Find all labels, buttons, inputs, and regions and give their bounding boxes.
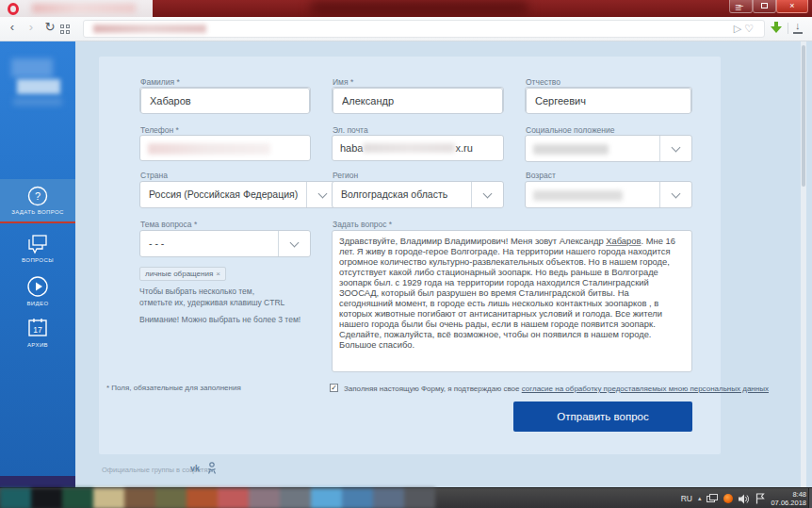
social-status-select[interactable] (525, 135, 692, 162)
country-value: Россия (Российская Федерация) (149, 188, 298, 200)
question-text-underlined: Хабаров (606, 236, 641, 246)
active-tab-title-blurred[interactable] (32, 4, 136, 13)
middlename-label: Отчество (526, 77, 560, 87)
topic-label: Тема вопроса * (140, 220, 197, 229)
site-sidebar: ? ЗАДАТЬ ВОПРОС ВОПРОСЫ ВИДЕО 17 (0, 41, 75, 487)
taskbar-clock[interactable]: 8:48 07.06.2018 (771, 490, 806, 507)
region-select[interactable]: Волгоградская область (332, 181, 504, 208)
minimize-button[interactable]: – (729, 0, 753, 13)
firstname-input[interactable] (333, 88, 503, 114)
browser-window: ≡ – × ‹ › ↻ ▷♡ ↓ ? ЗАДАТЬ В (0, 0, 812, 508)
calendar-icon: 17 (26, 317, 49, 339)
topic-chip-label: личные обращения (145, 270, 213, 278)
region-value: Волгоградская область (341, 188, 447, 200)
maximize-button[interactable] (753, 0, 776, 13)
age-value-blurred (533, 190, 623, 201)
url-text-blurred (93, 25, 206, 33)
sidebar-item-label: ВОПРОСЫ (0, 257, 75, 263)
sidebar-item-label: ЗАДАТЬ ВОПРОС (0, 209, 75, 215)
phone-value-blurred (148, 143, 270, 155)
consent-link[interactable]: согласие на обработку предоставляемых мн… (522, 385, 769, 393)
phone-label: Телефон * (140, 125, 179, 135)
sidebar-item-label: АРХИВ (0, 342, 75, 348)
topic-select[interactable]: - - - (139, 230, 311, 257)
lastname-input[interactable] (140, 88, 310, 114)
back-icon[interactable]: ‹ (4, 20, 21, 34)
question-text-part2: . Мне 16 лет. Я живу в городе-герое Волг… (339, 236, 678, 350)
email-value-end: x.ru (455, 142, 472, 154)
required-fields-note: * Поля, обязательные для заполнения (106, 384, 241, 392)
firstname-field[interactable] (332, 87, 504, 113)
svg-text:?: ? (35, 190, 41, 202)
topic-chip[interactable]: личные обращения× (139, 267, 226, 281)
sidebar-item-video[interactable]: ВИДЕО (0, 270, 75, 311)
country-label: Страна (140, 171, 168, 180)
volume-icon[interactable] (739, 494, 750, 504)
forward-icon[interactable]: › (23, 20, 40, 34)
question-icon: ? (27, 186, 48, 206)
hidden-icons-caret[interactable]: ▴ (698, 495, 702, 502)
email-value-blurred (363, 143, 455, 153)
age-select[interactable] (525, 181, 692, 208)
extension-download-icon[interactable] (771, 22, 782, 33)
age-label: Возраст (526, 171, 556, 180)
sidebar-footer-strip (0, 476, 75, 487)
consent-text: Заполняя настоящую Форму, я подтверждаю … (344, 385, 769, 393)
display-icon[interactable] (706, 494, 718, 503)
show-desktop-button[interactable] (808, 488, 812, 508)
phone-field[interactable] (139, 135, 311, 161)
downloads-icon[interactable]: ↓ (793, 20, 803, 34)
email-field[interactable]: habax.ru (332, 135, 504, 161)
question-label: Задать вопрос * (333, 220, 392, 229)
antivirus-icon[interactable] (723, 494, 733, 503)
taskbar-apps-blurred[interactable] (0, 488, 435, 508)
email-label: Эл. почта (333, 125, 368, 135)
clock-date: 07.06.2018 (771, 499, 806, 507)
page-scrollbar[interactable] (801, 41, 806, 487)
site-logo-blurred (11, 58, 53, 77)
clock-time: 8:48 (771, 490, 806, 499)
play-icon (26, 275, 49, 298)
chat-icon (26, 234, 49, 254)
close-button[interactable]: × (776, 0, 808, 13)
lastname-label: Фамилия * (140, 77, 180, 87)
bookmark-heart-icon[interactable]: ♡ (744, 23, 756, 34)
question-textarea[interactable]: Здравствуйте, Владимир Владимирович! Мен… (332, 230, 692, 372)
action-center-flag-icon[interactable] (755, 493, 765, 504)
page-content: Фамилия * Имя * Отчество Телефон * Эл. п… (75, 41, 806, 487)
country-select[interactable]: Россия (Российская Федерация) (139, 181, 339, 208)
site-logo-subtext-blurred (13, 98, 62, 106)
svg-text:17: 17 (33, 325, 42, 335)
region-label: Регион (333, 171, 358, 180)
language-indicator[interactable]: RU (681, 494, 692, 503)
odnoklassniki-icon[interactable] (207, 462, 217, 474)
opera-logo-icon[interactable] (8, 3, 19, 15)
middlename-input[interactable] (526, 88, 691, 114)
address-bar[interactable]: ▷♡ (83, 20, 765, 38)
consent-checkbox[interactable]: ✓ (330, 384, 338, 392)
sidebar-item-archive[interactable]: 17 АРХИВ (0, 311, 75, 352)
tab-strip (0, 0, 153, 17)
windows-taskbar: RU ▴ 8:48 07.06.2018 (0, 487, 812, 508)
scrollbar-thumb[interactable] (802, 45, 805, 187)
reload-icon[interactable]: ↻ (41, 20, 58, 34)
browser-toolbar: ‹ › ↻ ▷♡ ↓ (0, 17, 812, 41)
share-icon[interactable]: ▷ (734, 23, 744, 34)
toolbar-divider (788, 23, 788, 34)
firstname-label: Имя * (333, 77, 353, 87)
vk-icon[interactable]: vk (190, 464, 200, 473)
titlebar-blurred-area (311, 2, 528, 15)
social-status-value-blurred (533, 144, 609, 155)
sidebar-item-ask-question[interactable]: ? ЗАДАТЬ ВОПРОС (0, 179, 75, 223)
topic-warning: Внимание! Можно выбрать не более 3 тем! (139, 315, 300, 324)
question-text-part1: Здравствуйте, Владимир Владимирович! Мен… (339, 236, 606, 246)
speed-dial-icon[interactable] (60, 25, 71, 35)
question-form-card: Фамилия * Имя * Отчество Телефон * Эл. п… (99, 57, 721, 454)
chip-close-icon[interactable]: × (216, 270, 220, 278)
maximize-icon (761, 3, 768, 8)
lastname-field[interactable] (139, 87, 311, 113)
submit-question-button[interactable]: Отправить вопрос (513, 401, 692, 432)
system-tray: RU ▴ 8:48 07.06.2018 (681, 488, 806, 508)
middlename-field[interactable] (525, 87, 692, 113)
sidebar-item-questions[interactable]: ВОПРОСЫ (0, 228, 75, 270)
